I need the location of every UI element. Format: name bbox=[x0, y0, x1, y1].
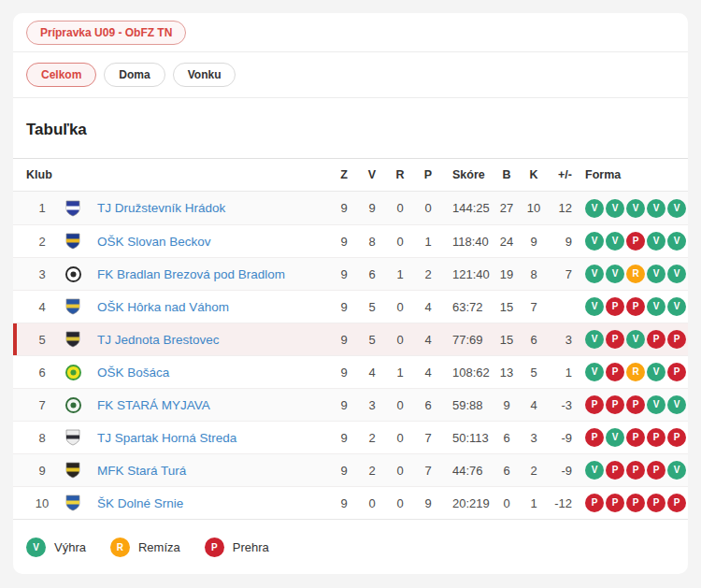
form-badge-loss: P bbox=[626, 232, 645, 251]
club-link[interactable]: ŠK Dolné Srnie bbox=[88, 496, 330, 510]
form-badge-win: V bbox=[606, 232, 624, 251]
form-badge-win: V bbox=[585, 199, 604, 218]
club-link[interactable]: OŠK Slovan Beckov bbox=[88, 235, 330, 249]
score: 50:113 bbox=[442, 431, 494, 445]
club-logo-icon bbox=[58, 396, 88, 413]
club-logo-icon bbox=[58, 495, 88, 511]
club-link[interactable]: TJ Družstevník Hrádok bbox=[88, 201, 330, 215]
matches-played: 9 bbox=[330, 496, 358, 510]
draws: 0 bbox=[386, 201, 414, 215]
club-link[interactable]: OŠK Bošáca bbox=[88, 366, 330, 380]
form-badge-win: V bbox=[667, 395, 686, 414]
table-rows: 1 TJ Družstevník Hrádok 9 9 0 0 144:25 2… bbox=[13, 192, 688, 520]
col-forma: Forma bbox=[576, 168, 688, 181]
form-badge-win: V bbox=[606, 265, 624, 283]
league-badge[interactable]: Prípravka U09 - ObFZ TN bbox=[26, 21, 186, 45]
table-row[interactable]: 9 MFK Stará Turá 9 2 0 7 44:76 6 2 -9 VP… bbox=[13, 453, 688, 486]
matches-played: 9 bbox=[330, 464, 358, 478]
k-value: 8 bbox=[520, 267, 548, 281]
wins: 5 bbox=[358, 300, 386, 314]
matches-played: 9 bbox=[330, 366, 358, 380]
form-badge-loss: P bbox=[606, 330, 624, 349]
form-badge-loss: P bbox=[647, 428, 665, 447]
tab-doma[interactable]: Doma bbox=[104, 63, 165, 87]
table-header: Klub Z V R P Skóre B K +/- Forma bbox=[13, 158, 688, 192]
form-badges: VVRVV bbox=[576, 265, 688, 283]
form-badge-win: V bbox=[667, 199, 686, 218]
draws: 0 bbox=[386, 431, 414, 445]
points: 6 bbox=[494, 431, 520, 445]
k-value: 6 bbox=[520, 333, 548, 347]
position-number: 1 bbox=[26, 201, 58, 215]
club-logo-icon bbox=[58, 200, 88, 217]
plus-minus: 7 bbox=[548, 267, 576, 281]
tab-vonku[interactable]: Vonku bbox=[173, 63, 236, 87]
club-link[interactable]: TJ Spartak Horná Streda bbox=[88, 431, 330, 445]
form-badge-loss: P bbox=[626, 461, 645, 480]
form-badges: PPPPP bbox=[576, 494, 688, 512]
position-number: 9 bbox=[26, 464, 58, 478]
matches-played: 9 bbox=[330, 300, 358, 314]
draws: 0 bbox=[386, 235, 414, 249]
score: 118:40 bbox=[442, 235, 494, 249]
plus-minus: -9 bbox=[548, 431, 576, 445]
form-badge-win-icon: V bbox=[26, 538, 46, 557]
k-value: 3 bbox=[520, 431, 548, 445]
draws: 0 bbox=[386, 496, 414, 510]
table-row[interactable]: 2 OŠK Slovan Beckov 9 8 0 1 118:40 24 9 … bbox=[13, 224, 688, 257]
form-badge-win: V bbox=[667, 232, 686, 251]
club-link[interactable]: TJ Jednota Brestovec bbox=[88, 333, 330, 347]
points: 6 bbox=[494, 464, 520, 478]
col-skore: Skóre bbox=[442, 168, 494, 181]
wins: 0 bbox=[358, 496, 386, 510]
position-number: 5 bbox=[26, 333, 58, 347]
col-r: R bbox=[386, 168, 414, 181]
table-row[interactable]: 5 TJ Jednota Brestovec 9 5 0 4 77:69 15 … bbox=[13, 323, 688, 355]
club-logo-icon bbox=[58, 298, 88, 315]
score: 59:88 bbox=[442, 398, 494, 412]
k-value: 7 bbox=[520, 300, 548, 314]
draws: 0 bbox=[386, 300, 414, 314]
k-value: 4 bbox=[520, 398, 548, 412]
position-number: 6 bbox=[26, 366, 58, 380]
table-row[interactable]: 6 OŠK Bošáca 9 4 1 4 108:62 13 5 1 VPRVP bbox=[13, 355, 688, 388]
position-number: 2 bbox=[26, 235, 58, 249]
club-link[interactable]: OŠK Hôrka nad Váhom bbox=[88, 300, 330, 314]
club-link[interactable]: FK Bradlan Brezová pod Bradlom bbox=[88, 267, 330, 281]
standings-table: Klub Z V R P Skóre B K +/- Forma 1 TJ Dr… bbox=[13, 158, 688, 520]
form-badge-win: V bbox=[647, 199, 665, 218]
club-logo-icon bbox=[58, 233, 88, 250]
form-badge-loss: P bbox=[606, 461, 624, 480]
position-number: 7 bbox=[26, 398, 58, 412]
form-badge-win: V bbox=[647, 363, 665, 381]
wins: 5 bbox=[358, 333, 386, 347]
club-link[interactable]: FK STARÁ MYJAVA bbox=[88, 398, 330, 412]
form-badge-loss: P bbox=[585, 428, 604, 447]
tab-celkom[interactable]: Celkom bbox=[26, 63, 96, 87]
legend-item-remíza: RRemíza bbox=[110, 538, 180, 557]
form-badge-loss: P bbox=[606, 297, 624, 316]
wins: 2 bbox=[358, 464, 386, 478]
wins: 9 bbox=[358, 201, 386, 215]
table-row[interactable]: 10 ŠK Dolné Srnie 9 0 0 9 20:219 0 1 -12… bbox=[13, 486, 688, 519]
col-p: P bbox=[414, 168, 442, 181]
league-badge-row: Prípravka U09 - ObFZ TN bbox=[13, 13, 688, 52]
form-badge-loss-icon: P bbox=[205, 538, 224, 557]
legend-label: Prehra bbox=[233, 540, 269, 554]
form-badge-win: V bbox=[585, 265, 604, 283]
table-row[interactable]: 1 TJ Družstevník Hrádok 9 9 0 0 144:25 2… bbox=[13, 192, 688, 224]
form-badge-win: V bbox=[647, 297, 665, 316]
table-row[interactable]: 7 FK STARÁ MYJAVA 9 3 0 6 59:88 9 4 -3 P… bbox=[13, 388, 688, 421]
points: 0 bbox=[494, 496, 520, 510]
form-badge-loss: P bbox=[667, 428, 686, 447]
points: 13 bbox=[494, 366, 520, 380]
club-link[interactable]: MFK Stará Turá bbox=[88, 464, 330, 478]
page-title: Tabuľka bbox=[26, 121, 675, 139]
table-row[interactable]: 3 FK Bradlan Brezová pod Bradlom 9 6 1 2… bbox=[13, 257, 688, 290]
plus-minus: -9 bbox=[548, 464, 576, 478]
form-badge-win: V bbox=[667, 461, 686, 480]
points: 15 bbox=[494, 300, 520, 314]
table-row[interactable]: 4 OŠK Hôrka nad Váhom 9 5 0 4 63:72 15 7… bbox=[13, 290, 688, 323]
table-row[interactable]: 8 TJ Spartak Horná Streda 9 2 0 7 50:113… bbox=[13, 421, 688, 453]
wins: 3 bbox=[358, 398, 386, 412]
